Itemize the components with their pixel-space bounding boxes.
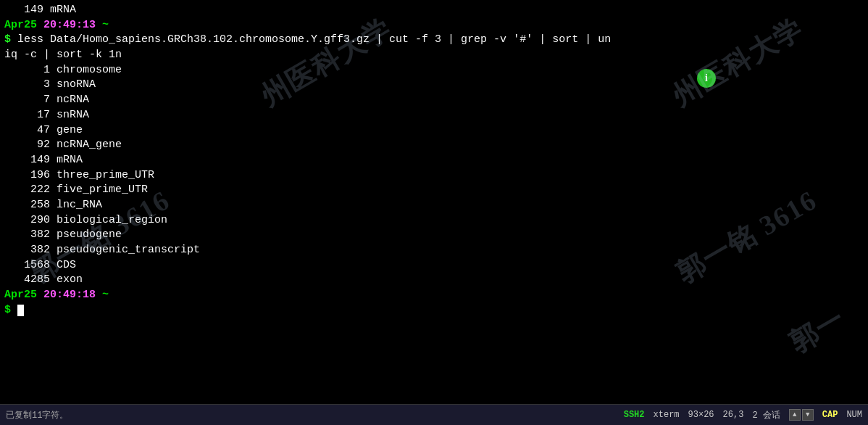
data-row-14: 1568 CDS [4,258,864,273]
top-partial-line: 149 mRNA [4,3,864,18]
prompt-tilde-2: ~ [96,289,109,301]
status-right: SSH2 xterm 93×26 26,3 2 会话 ▲ ▼ CAP NUM [624,409,862,421]
data-row-8: 196 three_prime_UTR [4,168,864,183]
cursor [17,305,24,316]
data-row-10: 258 lnc_RNA [4,198,864,213]
status-cap: CAP [822,410,838,420]
info-circle[interactable]: i [697,69,716,88]
data-row-13: 382 pseudogenic_transcript [4,243,864,258]
data-row-5: 47 gene [4,123,864,139]
status-sessions: 2 会话 [752,409,780,421]
data-row-3: 7 ncRNA [4,93,864,108]
terminal: 149 mRNA Apr25 20:49:13 ~ $ less Data/Ho… [0,0,868,404]
dollar-sign: $ [4,33,17,46]
prompt-time-1: 20:49:13 [43,19,96,31]
prompt-date-2: Apr25 [4,289,37,301]
command-line-wrap: iq -c | sort -k 1n [4,48,864,63]
arrow-down-btn[interactable]: ▼ [802,409,814,421]
prompt-time-2: 20:49:18 [43,289,96,301]
data-row-6: 92 ncRNA_gene [4,138,864,153]
data-row-7: 149 mRNA [4,153,864,168]
status-xterm: xterm [654,410,680,420]
prompt-line-1: Apr25 20:49:13 ~ [4,18,864,33]
prompt-line-2: Apr25 20:49:18 ~ [4,288,864,303]
status-position: 26,3 [723,410,744,420]
prompt-tilde-1: ~ [96,19,109,31]
prompt-space-2 [37,289,43,301]
prompt-date-1: Apr25 [4,19,37,31]
status-num: NUM [846,410,862,420]
data-row-4: 17 snRNA [4,108,864,123]
data-row-2: 3 snoRNA [4,78,864,93]
data-row-15: 4285 exon [4,273,864,288]
prompt-dollar-2: $ [4,304,17,316]
data-row-11: 290 biological_region [4,213,864,228]
statusbar: 已复制11字符。 SSH2 xterm 93×26 26,3 2 会话 ▲ ▼ … [0,404,868,425]
arrow-up-btn[interactable]: ▲ [789,409,801,421]
command-line: $ less Data/Homo_sapiens.GRCh38.102.chro… [4,33,864,48]
command-text: less Data/Homo_sapiens.GRCh38.102.chromo… [17,33,611,46]
status-cols-rows: 93×26 [688,410,714,420]
status-ssh: SSH2 [624,410,645,420]
data-row-12: 382 pseudogene [4,228,864,243]
status-left-text: 已复制11字符。 [6,409,624,421]
prompt-space-1 [37,19,43,31]
status-arrows: ▲ ▼ [789,409,814,421]
data-row-1: 1 chromosome [4,63,864,78]
data-row-9: 222 five_prime_UTR [4,183,864,198]
cursor-line: $ [4,303,864,318]
